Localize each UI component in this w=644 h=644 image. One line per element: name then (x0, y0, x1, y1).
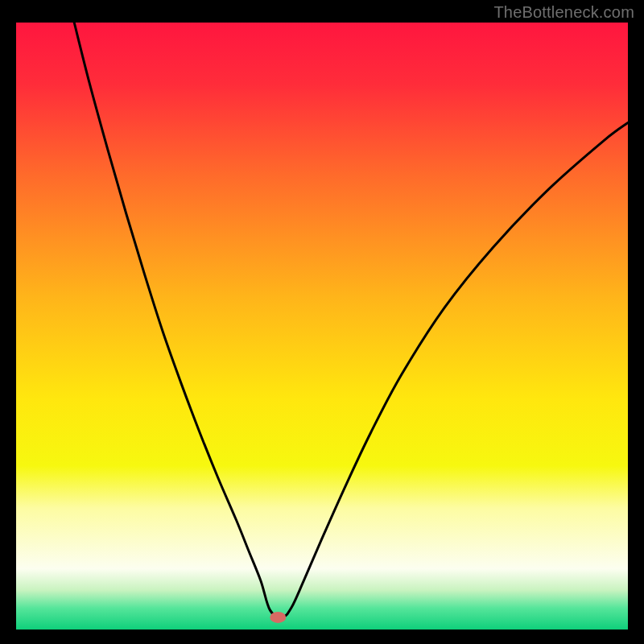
chart-plot-area (16, 23, 628, 630)
watermark-text: TheBottleneck.com (493, 3, 634, 22)
chart-svg (16, 23, 628, 630)
chart-marker-group (270, 612, 286, 623)
optimal-point-marker (270, 612, 286, 623)
chart-frame: TheBottleneck.com (0, 0, 644, 644)
